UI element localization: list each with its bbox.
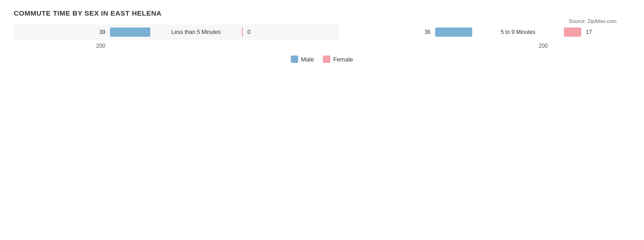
chart-area: 39 Less than 5 Minutes 0 36 5 to 9 Minut… (14, 24, 630, 41)
male-value: 39 (14, 29, 110, 35)
female-value: 0 (243, 29, 339, 35)
legend-female-label: Female (333, 56, 353, 63)
chart-row: 36 5 to 9 Minutes 17 (339, 24, 644, 40)
male-value: 36 (339, 29, 435, 35)
male-bar-container (435, 28, 472, 37)
male-bar (110, 28, 150, 37)
male-bar (435, 28, 472, 37)
row-label: 5 to 9 Minutes (472, 29, 564, 35)
legend-female-box (323, 56, 330, 63)
chart-legend: Male Female (14, 56, 630, 63)
axis-left: 200 (14, 43, 110, 49)
legend-female: Female (323, 56, 353, 63)
legend-male: Male (291, 56, 314, 63)
female-value: 17 (581, 29, 644, 35)
legend-male-label: Male (301, 56, 314, 63)
female-bar-container (564, 28, 581, 37)
male-bar-container (110, 28, 150, 37)
legend-male-box (291, 56, 298, 63)
chart-row: 39 Less than 5 Minutes 0 (14, 24, 339, 40)
axis-right: 200 (534, 43, 630, 49)
axis-labels: 200 200 (14, 43, 630, 49)
chart-title: COMMUTE TIME BY SEX IN EAST HELENA (14, 9, 630, 17)
row-label: Less than 5 Minutes (150, 29, 242, 35)
source-label: Source: ZipAtlas.com (568, 18, 617, 24)
female-bar (564, 28, 581, 37)
